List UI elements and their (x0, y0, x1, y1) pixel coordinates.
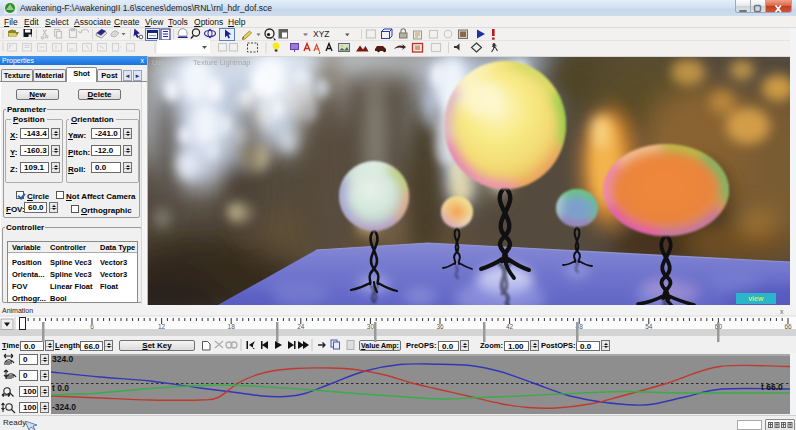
svg-text:30: 30 (367, 323, 375, 330)
svg-text:view: view (748, 295, 764, 302)
svg-text:t 0.0: t 0.0 (52, 383, 69, 393)
svg-text:324.0: 324.0 (52, 354, 74, 364)
svg-text:18: 18 (228, 323, 236, 330)
svg-text:36: 36 (436, 323, 444, 330)
svg-text:x: x (780, 308, 784, 315)
svg-text:54: 54 (645, 323, 653, 330)
svg-text:-324.0: -324.0 (52, 402, 76, 412)
svg-text:6: 6 (90, 323, 94, 330)
svg-text:Texture Lightmap: Texture Lightmap (193, 58, 251, 67)
svg-text:XYZ: XYZ (313, 29, 330, 39)
svg-text:12: 12 (158, 323, 166, 330)
svg-text:42: 42 (506, 323, 514, 330)
svg-text:Animation: Animation (2, 307, 33, 314)
svg-text:t 66.0: t 66.0 (761, 382, 783, 392)
svg-text:66: 66 (784, 323, 792, 330)
svg-text:User: User (152, 58, 168, 67)
svg-text:24: 24 (297, 323, 305, 330)
